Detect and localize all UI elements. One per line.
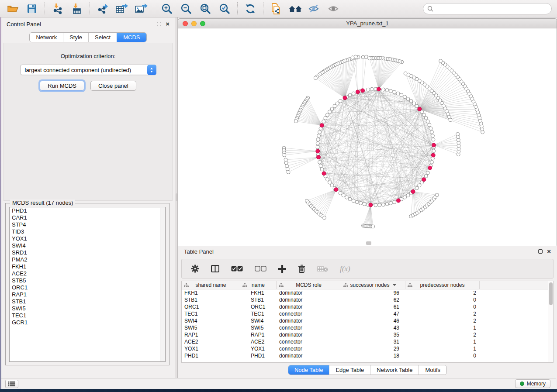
zoom-selected-button[interactable] [218,2,231,15]
float-panel-icon[interactable] [157,22,161,26]
network-dominator-node[interactable] [431,153,435,157]
network-leaf-node[interactable] [368,56,371,60]
show-all-button[interactable] [327,2,340,15]
mcds-result-item[interactable]: FKH1 [10,263,165,270]
network-node[interactable] [336,102,339,105]
network-node[interactable] [367,88,370,91]
delete-column-button[interactable] [298,265,305,273]
table-row[interactable]: RAP1RAP1dominator352 [182,331,553,338]
search-box[interactable] [423,3,552,14]
network-node[interactable] [322,120,325,123]
mcds-result-item[interactable]: YOX1 [10,235,165,242]
tab-mcds[interactable]: MCDS [117,33,146,42]
network-node[interactable] [432,138,435,141]
tab-edge-table[interactable]: Edge Table [329,365,370,375]
table-row[interactable]: TEC1TEC1connector472 [182,310,553,317]
network-node[interactable] [406,194,410,197]
zoom-out-button[interactable] [180,2,193,15]
network-node[interactable] [406,97,410,100]
network-node[interactable] [418,184,421,187]
network-node[interactable] [348,93,352,97]
table-row[interactable]: ACE2ACE2connector311 [182,338,553,345]
network-node[interactable] [339,99,342,103]
network-node[interactable] [339,192,342,195]
table-options-button[interactable] [191,265,199,273]
optimization-criterion-select[interactable]: largest connected component (undirected) [20,65,156,75]
table-row[interactable]: STB1STB1dominator620 [182,296,553,303]
network-node[interactable] [345,196,349,199]
network-node[interactable] [352,199,355,203]
task-history-button[interactable] [5,380,18,388]
network-node[interactable] [393,200,396,204]
network-leaf-node[interactable] [371,225,375,228]
network-dominator-node[interactable] [369,203,373,207]
mcds-result-item[interactable]: PHD1 [10,207,165,214]
add-column-button[interactable] [278,265,286,273]
mcds-result-item[interactable]: TEC1 [10,312,165,319]
deselect-all-button[interactable] [255,266,266,272]
network-node[interactable] [348,197,352,201]
network-node[interactable] [319,164,322,168]
network-node[interactable] [381,88,385,91]
mcds-result-item[interactable]: TID3 [10,228,165,235]
apply-function-button[interactable]: f(x) [340,265,350,273]
network-node[interactable] [381,203,385,206]
network-node[interactable] [389,89,392,93]
network-dominator-node[interactable] [317,155,321,159]
network-dominator-node[interactable] [356,90,360,94]
network-leaf-node[interactable] [287,170,290,174]
network-dominator-node[interactable] [361,89,365,93]
zoom-in-button[interactable] [160,2,173,15]
table-row[interactable]: SWI5SWI5connector431 [182,324,553,331]
mcds-result-list[interactable]: PHD1CAR1STP4TID3YOX1SWI4SRD1PMA2FKH1ACE2… [9,207,166,362]
canvas-scrollbar-thumb[interactable] [366,241,371,245]
network-dominator-node[interactable] [334,188,338,192]
network-leaf-node[interactable] [314,76,317,80]
network-node[interactable] [409,99,413,103]
network-leaf-node[interactable] [284,161,288,165]
network-node[interactable] [426,171,429,175]
network-node[interactable] [415,104,419,108]
close-panel-icon[interactable]: × [547,249,551,254]
tab-select[interactable]: Select [88,33,117,42]
network-dominator-node[interactable] [322,172,326,175]
network-node[interactable] [424,117,428,120]
export-image-button[interactable] [135,2,148,15]
network-node[interactable] [385,202,389,206]
tab-node-table[interactable]: Node Table [288,365,329,375]
split-pane-handle[interactable] [176,193,177,201]
network-dominator-node[interactable] [432,143,436,147]
network-node[interactable] [355,200,359,204]
network-node[interactable] [389,201,392,205]
clone-network-button[interactable] [270,2,283,15]
network-node[interactable] [422,113,426,117]
mcds-result-item[interactable]: STB1 [10,298,165,305]
split-pane-divider[interactable] [175,17,178,378]
network-node[interactable] [412,102,416,105]
table-row[interactable]: FKH1FKH1dominator962 [182,289,553,296]
network-window-titlebar[interactable]: YPA_prune.txt_1 [178,19,557,28]
network-leaf-node[interactable] [354,55,357,58]
export-table-button[interactable] [115,2,128,15]
network-dominator-node[interactable] [343,96,347,100]
zoom-fit-button[interactable] [199,2,212,15]
mcds-result-item[interactable]: PMA2 [10,256,165,263]
network-dominator-node[interactable] [411,189,415,193]
network-leaf-node[interactable] [284,158,287,162]
mcds-result-item[interactable]: ACE2 [10,270,165,277]
column-chooser-button[interactable] [211,265,219,272]
network-node[interactable] [333,104,336,108]
refresh-layout-button[interactable] [244,2,257,15]
network-node[interactable] [400,93,403,97]
save-session-button[interactable] [25,2,38,15]
mcds-result-item[interactable]: RAP1 [10,291,165,298]
table-row[interactable]: ORC1ORC1dominator610 [182,303,553,310]
network-node[interactable] [318,160,322,164]
network-dominator-node[interactable] [422,178,426,182]
select-all-button[interactable] [231,266,243,272]
network-node[interactable] [385,89,389,92]
network-graph[interactable] [178,28,557,246]
close-panel-icon[interactable]: × [166,22,170,26]
network-node[interactable] [328,181,331,184]
network-leaf-node[interactable] [294,120,298,123]
